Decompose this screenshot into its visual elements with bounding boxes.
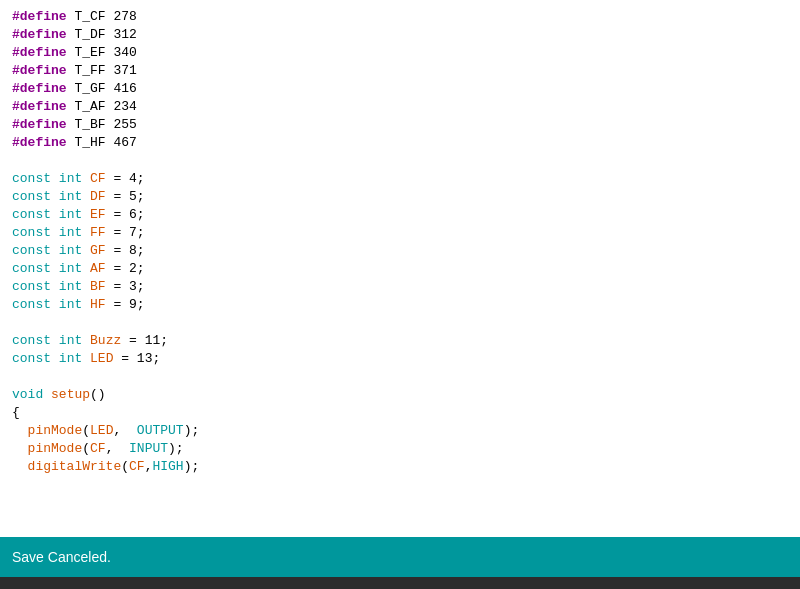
code-line: #define T_AF 234 <box>12 98 788 116</box>
code-line: const int LED = 13; <box>12 350 788 368</box>
code-line: #define T_GF 416 <box>12 80 788 98</box>
code-line: { <box>12 404 788 422</box>
code-line: pinMode(LED, OUTPUT); <box>12 422 788 440</box>
code-line: const int BF = 3; <box>12 278 788 296</box>
code-line: const int DF = 5; <box>12 188 788 206</box>
code-line: const int GF = 8; <box>12 242 788 260</box>
code-line: const int AF = 2; <box>12 260 788 278</box>
code-line: #define T_DF 312 <box>12 26 788 44</box>
code-line: #define T_CF 278 <box>12 8 788 26</box>
code-line: const int CF = 4; <box>12 170 788 188</box>
code-line: pinMode(CF, INPUT); <box>12 440 788 458</box>
empty-line <box>12 152 788 170</box>
code-line: #define T_FF 371 <box>12 62 788 80</box>
bottom-bar <box>0 577 800 589</box>
empty-line <box>12 368 788 386</box>
code-line: digitalWrite(CF,HIGH); <box>12 458 788 476</box>
code-line: const int FF = 7; <box>12 224 788 242</box>
code-line: #define T_BF 255 <box>12 116 788 134</box>
code-line: #define T_EF 340 <box>12 44 788 62</box>
status-text: Save Canceled. <box>12 549 111 565</box>
status-bar: Save Canceled. <box>0 537 800 577</box>
code-editor: #define T_CF 278 #define T_DF 312 #defin… <box>0 0 800 537</box>
code-line: #define T_HF 467 <box>12 134 788 152</box>
code-line: const int EF = 6; <box>12 206 788 224</box>
code-line: const int Buzz = 11; <box>12 332 788 350</box>
code-line: const int HF = 9; <box>12 296 788 314</box>
empty-line <box>12 314 788 332</box>
code-line: void setup() <box>12 386 788 404</box>
